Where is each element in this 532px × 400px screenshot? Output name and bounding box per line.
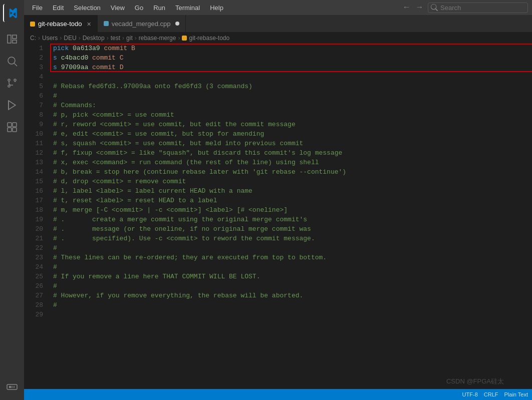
code-line: # Rebase fed6fd3..97009aa onto fed6fd3 (… [53, 82, 532, 91]
line-number: 19 [24, 215, 43, 224]
tab-icon-git [30, 22, 35, 27]
code-line: # p, pick <commit> = use commit [53, 110, 532, 120]
title-bar: File Edit Selection View Go Run Terminal… [24, 0, 532, 15]
nav-back-button[interactable]: ← [402, 2, 411, 13]
svg-point-3 [14, 79, 16, 81]
code-line: # [53, 243, 532, 253]
breadcrumb-desktop[interactable]: Desktop [83, 35, 105, 42]
line-number: 9 [24, 120, 43, 129]
code-line: # [53, 281, 532, 291]
title-bar-left: File Edit Selection View Go Run Terminal… [28, 3, 227, 13]
tab-icon-cpp [104, 21, 109, 26]
search-input[interactable] [428, 3, 528, 13]
code-line: # b, break = stop here (continue rebase … [53, 167, 532, 177]
menu-items: File Edit Selection View Go Run Terminal… [28, 3, 227, 13]
title-bar-right: ← → [402, 2, 528, 13]
line-number: 20 [24, 224, 43, 234]
svg-point-4 [8, 85, 10, 87]
nav-forward-button[interactable]: → [415, 2, 424, 13]
line-number: 29 [24, 310, 43, 319]
code-line: # [53, 262, 532, 272]
line-number: 23 [24, 253, 43, 262]
line-number: 12 [24, 148, 43, 158]
code-line: # These lines can be re-ordered; they ar… [53, 253, 532, 262]
line-number: 15 [24, 177, 43, 186]
menu-run[interactable]: Run [149, 3, 169, 13]
svg-rect-9 [8, 128, 12, 132]
breadcrumb-c[interactable]: C: [30, 35, 36, 42]
code-line: # [53, 300, 532, 310]
tab-close-git[interactable]: × [87, 20, 91, 28]
code-line: # r, reword <commit> = use commit, but e… [53, 120, 532, 129]
svg-rect-8 [13, 123, 17, 127]
sidebar-item-run[interactable] [3, 96, 21, 114]
line-number: 18 [24, 205, 43, 215]
breadcrumb-test[interactable]: test [111, 35, 120, 42]
code-content[interactable]: pick 0a613a9 commit Bs c4bacd0 commit Cs… [49, 44, 532, 389]
sidebar-item-source-control[interactable] [3, 74, 21, 92]
code-line: # If you remove a line here THAT COMMIT … [53, 272, 532, 281]
editor-area: 1234567891011121314151617181920212223242… [24, 44, 532, 389]
svg-rect-10 [13, 128, 17, 132]
status-language[interactable]: Plain Text [504, 391, 528, 397]
sidebar-item-extensions[interactable] [3, 118, 21, 136]
svg-point-2 [8, 79, 10, 81]
menu-view[interactable]: View [107, 3, 129, 13]
breadcrumb-deu[interactable]: DEU [64, 35, 76, 42]
code-line: # d, drop <commit> = remove commit [53, 177, 532, 186]
code-line: # x, exec <command> = run command (the r… [53, 158, 532, 167]
search-wrapper [428, 3, 528, 13]
line-number: 11 [24, 139, 43, 148]
menu-terminal[interactable]: Terminal [171, 3, 204, 13]
line-number: 17 [24, 196, 43, 205]
tab-vecadd[interactable]: vecadd_merged.cpp [98, 15, 186, 32]
line-numbers: 1234567891011121314151617181920212223242… [24, 44, 49, 389]
breadcrumb: C: › Users › DEU › Desktop › test › git … [24, 33, 532, 44]
code-line: s 97009aa commit D [53, 63, 532, 72]
sidebar-item-remote[interactable] [3, 378, 21, 396]
line-number: 25 [24, 272, 43, 281]
activity-bar [0, 0, 24, 400]
breadcrumb-rebase-merge[interactable]: rebase-merge [139, 35, 176, 42]
line-number: 10 [24, 129, 43, 139]
line-number: 14 [24, 167, 43, 177]
line-number: 3 [24, 63, 43, 72]
code-line [53, 72, 532, 82]
line-number: 27 [24, 291, 43, 300]
line-number: 24 [24, 262, 43, 272]
sidebar-item-explorer[interactable] [3, 30, 21, 48]
code-line: # . create a merge commit using the orig… [53, 215, 532, 224]
svg-rect-7 [8, 123, 12, 127]
line-number: 6 [24, 91, 43, 101]
vscode-logo-icon[interactable] [3, 4, 21, 22]
code-line: # s, squash <commit> = use commit, but m… [53, 139, 532, 148]
line-number: 16 [24, 186, 43, 196]
menu-edit[interactable]: Edit [49, 3, 68, 13]
main-area: File Edit Selection View Go Run Terminal… [24, 0, 532, 400]
svg-marker-5 [9, 101, 16, 110]
breadcrumb-users[interactable]: Users [42, 35, 58, 42]
menu-help[interactable]: Help [206, 3, 227, 13]
code-line: # f, fixup <commit> = like "squash", but… [53, 148, 532, 158]
sidebar-item-search[interactable] [3, 52, 21, 70]
code-line [53, 310, 532, 319]
menu-go[interactable]: Go [131, 3, 147, 13]
line-number: 22 [24, 243, 43, 253]
breadcrumb-git[interactable]: git [126, 35, 133, 42]
status-line-ending[interactable]: CRLF [484, 391, 498, 397]
status-encoding[interactable]: UTF-8 [462, 391, 478, 397]
line-number: 26 [24, 281, 43, 291]
code-line: # m, merge [-C <commit> | -c <commit>] <… [53, 205, 532, 215]
menu-selection[interactable]: Selection [70, 3, 104, 13]
menu-file[interactable]: File [28, 3, 47, 13]
tab-bar: git-rebase-todo × vecadd_merged.cpp [24, 15, 532, 33]
code-line: # . message (or the oneline, if no origi… [53, 224, 532, 234]
code-line: # However, if you remove everything, the… [53, 291, 532, 300]
breadcrumb-file[interactable]: git-rebase-todo [182, 35, 229, 42]
code-line: s c4bacd0 commit C [53, 53, 532, 63]
line-number: 21 [24, 234, 43, 243]
line-number: 5 [24, 82, 43, 91]
tab-git-rebase-todo[interactable]: git-rebase-todo × [24, 15, 98, 32]
line-number: 4 [24, 72, 43, 82]
line-number: 8 [24, 110, 43, 120]
